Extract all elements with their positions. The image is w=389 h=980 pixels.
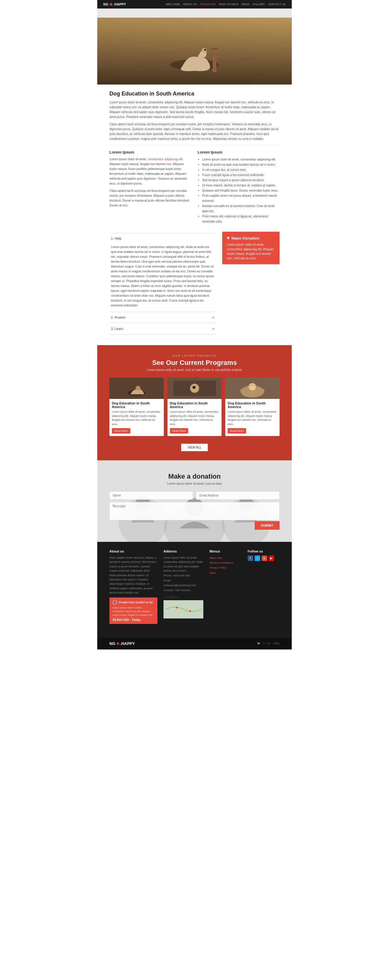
program-card-2: Dog Education in South America Lorem ips… bbox=[167, 378, 222, 436]
footer: About us Proin sagittis lorem vel purus … bbox=[97, 542, 292, 638]
footer-logo-ng: NG bbox=[110, 641, 116, 646]
footer-map bbox=[164, 600, 203, 619]
footer-social: f t G ▶ bbox=[248, 555, 279, 561]
funded-box: 👤 People have funded so far Lorem ipsum … bbox=[110, 598, 157, 624]
accordion-label-protect: 2. Protect bbox=[111, 316, 125, 319]
footer-about-title: About us bbox=[110, 549, 157, 553]
highlighted-text: consectetur adipiscing elit bbox=[148, 158, 183, 161]
programs-section: OUR LATEST PROJECTS See Our Current Prog… bbox=[97, 345, 292, 460]
nav-gallery[interactable]: GALLERY bbox=[252, 3, 265, 6]
form-name-email-row bbox=[110, 492, 279, 500]
article-title: Dog Education in South America bbox=[110, 91, 279, 97]
footer-logo: NG ★ .HAPPY bbox=[110, 641, 135, 646]
footer-about-text: Proin sagittis lorem vel purus aliquet, … bbox=[110, 555, 157, 595]
accordion-item-learn: 3. Learn + bbox=[110, 323, 216, 334]
read-more-btn-1[interactable]: Read More bbox=[112, 428, 130, 434]
left-col-title: Lorem Ipsum bbox=[110, 150, 192, 154]
funded-text: Lorem ipsum dolor sit amet, consectetur … bbox=[113, 606, 154, 617]
footer-menu-link-1[interactable]: Menu One bbox=[210, 555, 241, 560]
read-more-btn-3[interactable]: Read More bbox=[228, 428, 246, 434]
svg-point-9 bbox=[135, 386, 140, 391]
svg-point-4 bbox=[204, 49, 206, 51]
email-input[interactable] bbox=[196, 492, 279, 500]
program-card-text-1: Lorem ipsum dolor sit amet, consectetur … bbox=[112, 410, 161, 426]
nav-links: WELCOME ABOUT US PROGRAMS HOW-TO-HELP NE… bbox=[166, 3, 286, 6]
footer-rss-link[interactable]: RSS bbox=[274, 642, 279, 645]
list-item: Lorem ipsum dolor sit amet, consectetur … bbox=[202, 157, 279, 162]
footer-address-title: Address bbox=[164, 549, 203, 553]
donation-widget-section: ♥ Make Donation Lorem ipsum dolor sit am… bbox=[222, 229, 279, 339]
footer-menu-link-3[interactable]: Privacy Policy bbox=[210, 565, 241, 570]
footer-menu-link-2[interactable]: Terms & Conditions bbox=[210, 560, 241, 565]
facebook-button[interactable]: f bbox=[248, 555, 253, 561]
nav-howto[interactable]: HOW-TO-HELP bbox=[219, 3, 238, 6]
main-content: Dog Education in South America Lorem ips… bbox=[97, 84, 292, 345]
footer-phone: Phone: +000 000 000 bbox=[164, 573, 203, 578]
accordion-header-help[interactable]: 1. Help bbox=[110, 234, 216, 243]
footer-menus-title: Menus bbox=[210, 549, 241, 553]
svg-point-25 bbox=[189, 610, 191, 612]
program-card-3: Dog Education in South America Lorem ips… bbox=[225, 378, 279, 436]
program-card-text-2: Lorem ipsum dolor sit amet, consectetur … bbox=[170, 410, 219, 426]
program-card-title-2: Dog Education in South America bbox=[170, 401, 219, 409]
nav-news[interactable]: NEWS bbox=[241, 3, 249, 6]
list-item: Ut risus mauris, lacinia ut tempor at, s… bbox=[202, 183, 279, 188]
nav-about[interactable]: ABOUT US bbox=[183, 3, 197, 6]
footer-facebook-link[interactable]: f bbox=[264, 642, 264, 645]
svg-rect-6 bbox=[211, 48, 218, 49]
svg-rect-5 bbox=[213, 48, 216, 72]
right-col-list: Lorem ipsum dolor sit amet, consectetur … bbox=[197, 157, 279, 224]
divider bbox=[110, 145, 279, 145]
footer-gplus-link[interactable]: G+ bbox=[267, 642, 271, 645]
view-all-wrapper: VIEW ALL bbox=[181, 444, 208, 451]
logo-ng: NG bbox=[103, 2, 108, 6]
form-subtitle: Lorem ipsum dolor sit amet, cum at inani bbox=[110, 482, 279, 485]
submit-button[interactable]: SUBMIT bbox=[255, 521, 279, 530]
logo[interactable]: NG ★ .HAPPY bbox=[103, 2, 126, 7]
footer-follow-title: Follow us bbox=[248, 549, 279, 553]
section-tag: OUR LATEST PROJECTS bbox=[110, 354, 279, 357]
donation-widget: ♥ Make Donation Lorem ipsum dolor sit am… bbox=[222, 232, 279, 264]
nav-contact[interactable]: CONTACT US bbox=[268, 3, 286, 6]
accordion-header-learn[interactable]: 3. Learn + bbox=[110, 323, 216, 334]
funded-header: 👤 People have funded so far bbox=[113, 600, 154, 605]
footer-follow-col: Follow us f t G ▶ bbox=[248, 549, 279, 624]
form-submit-row: SUBMIT bbox=[110, 521, 279, 530]
card-image-svg-3 bbox=[225, 378, 279, 399]
program-card-image-1 bbox=[110, 378, 164, 399]
footer-logo-dot: ★ bbox=[116, 641, 120, 646]
footer-twitter-link[interactable]: 🐦 bbox=[257, 642, 260, 645]
hero-svg bbox=[97, 18, 292, 84]
name-input[interactable] bbox=[110, 492, 193, 500]
map-svg bbox=[164, 600, 203, 619]
accordion-label-learn: 3. Learn bbox=[111, 327, 123, 331]
list-item: Nulla sit amet est quis erat sodales lac… bbox=[202, 162, 279, 167]
view-all-button[interactable]: VIEW ALL bbox=[181, 444, 208, 451]
accordion-header-protect[interactable]: 2. Protect + bbox=[110, 312, 216, 323]
program-card-body-2: Dog Education in South America Lorem ips… bbox=[167, 399, 222, 436]
program-card-body-3: Dog Education in South America Lorem ips… bbox=[225, 399, 279, 436]
accordion-item-protect: 2. Protect + bbox=[110, 312, 216, 323]
form-title: Make a donation bbox=[110, 473, 279, 480]
footer-menu-links: Menu One Terms & Conditions Privacy Poli… bbox=[210, 555, 241, 575]
footer-bottom: NG ★ .HAPPY 🐦 f G+ RSS bbox=[97, 638, 292, 649]
gplus-button[interactable]: G bbox=[262, 555, 267, 561]
heart-icon: ♥ bbox=[227, 235, 230, 241]
programs-grid: Dog Education in South America Lorem ips… bbox=[110, 378, 279, 436]
footer-locations-title: Locations bbox=[164, 595, 203, 599]
footer-bottom-social: 🐦 f G+ RSS bbox=[257, 642, 279, 645]
twitter-button[interactable]: t bbox=[255, 555, 260, 561]
youtube-button[interactable]: ▶ bbox=[269, 555, 274, 561]
form-message-row bbox=[110, 502, 279, 521]
svg-point-3 bbox=[202, 48, 206, 53]
nav-programs[interactable]: PROGRAMS bbox=[200, 3, 216, 6]
program-card-title-1: Dog Education in South America bbox=[112, 401, 161, 409]
footer-address-col: Address Lorem ipsum dolor sit amet, cons… bbox=[164, 549, 203, 624]
message-textarea[interactable] bbox=[110, 502, 279, 520]
funded-amount: 29,844 USD - Today bbox=[113, 618, 154, 622]
footer-menu-link-4[interactable]: Docs bbox=[210, 570, 241, 575]
read-more-btn-2[interactable]: Read More bbox=[170, 428, 189, 434]
logo-happy: .HAPPY bbox=[114, 2, 126, 6]
nav-welcome[interactable]: WELCOME bbox=[166, 3, 180, 6]
funded-title: People have funded so far bbox=[119, 601, 153, 604]
